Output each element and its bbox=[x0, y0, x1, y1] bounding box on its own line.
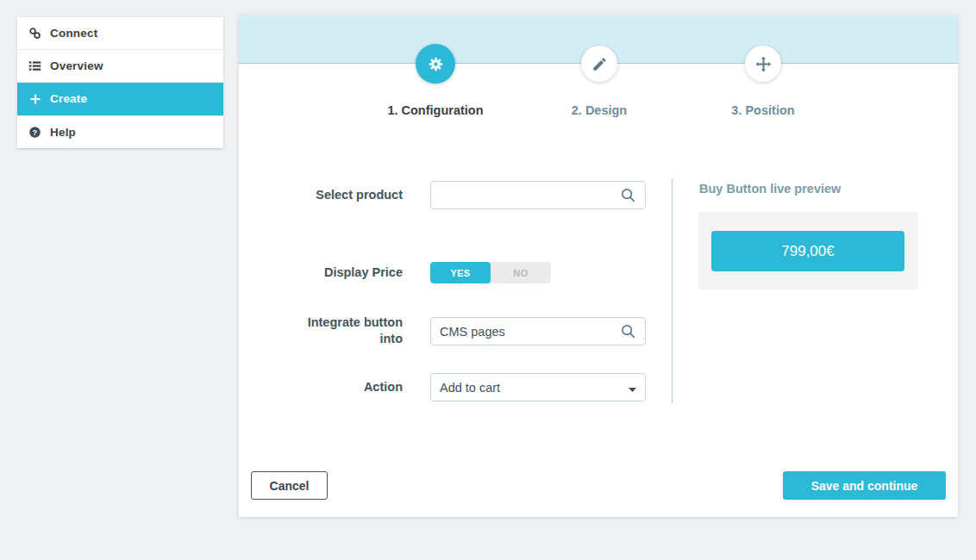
list-icon bbox=[28, 59, 41, 72]
save-and-continue-button[interactable]: Save and continue bbox=[783, 471, 946, 500]
display-price-toggle: YES NO bbox=[430, 262, 551, 283]
sidebar-item-label: Create bbox=[50, 92, 87, 105]
display-price-label: Display Price bbox=[239, 262, 403, 283]
action-label: Action bbox=[239, 373, 403, 401]
create-panel: 1. Configuration 2. Design 3. Position S… bbox=[239, 15, 958, 517]
buy-button-preview[interactable]: 799,00€ bbox=[711, 231, 904, 271]
question-circle-icon: ? bbox=[28, 126, 41, 139]
sidebar-item-label: Connect bbox=[50, 27, 97, 40]
gear-icon bbox=[427, 55, 445, 73]
step-position[interactable] bbox=[745, 46, 781, 82]
step-label-configuration: 1. Configuration bbox=[358, 103, 513, 117]
caret-down-icon bbox=[629, 380, 636, 395]
product-search-field bbox=[430, 181, 646, 209]
move-icon bbox=[754, 55, 773, 73]
svg-text:?: ? bbox=[33, 128, 37, 136]
step-label-position: 3. Position bbox=[685, 103, 841, 117]
sidebar-item-help[interactable]: ? Help bbox=[17, 115, 223, 148]
step-label-design: 2. Design bbox=[522, 103, 677, 117]
action-select[interactable]: Add to cart bbox=[430, 373, 646, 401]
search-icon[interactable] bbox=[620, 323, 636, 339]
sidebar-item-label: Overview bbox=[50, 59, 103, 72]
search-icon[interactable] bbox=[620, 187, 636, 203]
sidebar-item-overview[interactable]: Overview bbox=[17, 50, 223, 83]
sidebar-item-create[interactable]: Create bbox=[17, 83, 223, 115]
link-icon bbox=[28, 27, 41, 40]
preview-title: Buy Button live preview bbox=[699, 182, 841, 196]
pencil-icon bbox=[591, 56, 608, 72]
sidebar-item-label: Help bbox=[50, 126, 76, 139]
cancel-button[interactable]: Cancel bbox=[251, 471, 328, 500]
product-search-input[interactable] bbox=[440, 189, 620, 202]
integrate-button-label: Integrate button into bbox=[299, 314, 403, 347]
integrate-search-input[interactable] bbox=[440, 325, 620, 339]
step-design[interactable] bbox=[581, 46, 617, 82]
plus-icon bbox=[28, 92, 41, 105]
toggle-no[interactable]: NO bbox=[491, 262, 551, 283]
sidebar: Connect Overview Create ? Help bbox=[17, 17, 223, 148]
form-preview-divider bbox=[672, 178, 673, 403]
select-product-label: Select product bbox=[239, 181, 403, 209]
integrate-search-field bbox=[430, 317, 646, 345]
step-configuration[interactable] bbox=[416, 44, 455, 84]
preview-box: 799,00€ bbox=[698, 212, 918, 289]
action-selected-value: Add to cart bbox=[440, 381, 629, 395]
sidebar-item-connect[interactable]: Connect bbox=[17, 17, 223, 50]
toggle-yes[interactable]: YES bbox=[430, 262, 491, 283]
